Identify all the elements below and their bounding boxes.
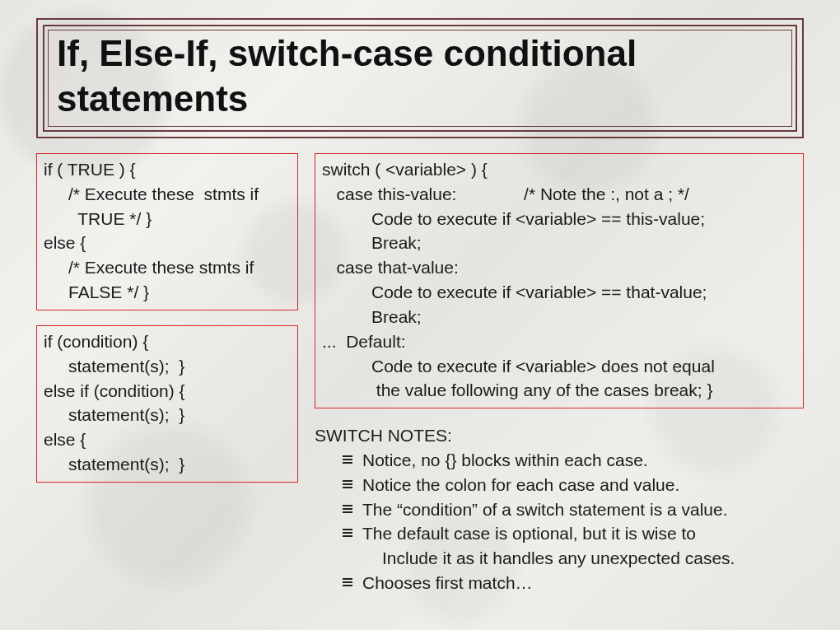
if-else-code-box: if ( TRUE ) { /* Execute these stmts if … — [36, 153, 298, 310]
code-text: case that-value: — [337, 258, 459, 277]
list-item: The “condition” of a switch statement is… — [343, 497, 804, 522]
note-text: The “condition” of a switch statement is… — [362, 500, 728, 519]
code-line: ... Default: — [322, 329, 796, 354]
code-line: FALSE */ } — [44, 280, 291, 305]
code-line: statement(s); } — [44, 403, 291, 427]
code-line: statement(s); } — [44, 354, 291, 379]
code-line: if ( TRUE ) { — [44, 157, 291, 182]
note-text-cont: Include it as it handles any unexpected … — [362, 548, 735, 567]
note-text: Chooses first match… — [362, 573, 533, 592]
code-line: /* Execute these stmts if — [44, 182, 291, 207]
switch-notes: SWITCH NOTES: Notice, no {} blocks withi… — [315, 423, 804, 595]
note-text: Notice, no {} blocks within each case. — [362, 450, 648, 469]
code-line: statement(s); } — [44, 452, 291, 477]
title-frame-inner: If, Else-If, switch-case conditional sta… — [48, 30, 792, 127]
notes-list: Notice, no {} blocks within each case. N… — [315, 448, 804, 595]
code-line: Code to execute if <variable> == that-va… — [322, 280, 796, 305]
slide-title: If, Else-If, switch-case conditional sta… — [57, 30, 783, 121]
right-column: switch ( <variable> ) { case this-value:… — [315, 153, 804, 595]
code-line: case that-value: — [322, 255, 796, 280]
notes-title: SWITCH NOTES: — [315, 423, 804, 448]
title-frame-outer: If, Else-If, switch-case conditional sta… — [36, 18, 804, 138]
code-line: switch ( <variable> ) { — [322, 157, 796, 182]
code-line: else { — [44, 231, 291, 255]
title-frame-mid: If, Else-If, switch-case conditional sta… — [43, 25, 797, 132]
code-line: case this-value: /* Note the :, not a ; … — [322, 182, 796, 207]
code-text: TRUE */ } — [77, 209, 152, 228]
code-text: case this-value: /* Note the :, not a ; … — [337, 184, 689, 203]
switch-code-box: switch ( <variable> ) { case this-value:… — [315, 153, 804, 408]
code-line: Break; — [322, 231, 796, 255]
code-line: Break; — [322, 305, 796, 329]
else-if-code-box: if (condition) { statement(s); } else if… — [36, 325, 298, 483]
code-line: the value following any of the cases bre… — [322, 378, 796, 403]
code-line: /* Execute these stmts if — [44, 255, 291, 280]
code-line: if (condition) { — [44, 329, 291, 354]
note-text: Notice the colon for each case and value… — [362, 475, 679, 494]
list-item: Notice, no {} blocks within each case. — [343, 448, 804, 473]
code-line: else { — [44, 427, 291, 452]
code-line: TRUE */ } — [44, 207, 291, 231]
code-line: else if (condition) { — [44, 379, 291, 404]
content-area: if ( TRUE ) { /* Execute these stmts if … — [36, 153, 804, 595]
list-item: Notice the colon for each case and value… — [343, 473, 804, 497]
note-text: The default case is optional, but it is … — [362, 524, 696, 543]
code-line: Code to execute if <variable> does not e… — [322, 354, 796, 379]
left-column: if ( TRUE ) { /* Execute these stmts if … — [36, 153, 298, 595]
list-item: Chooses first match… — [343, 571, 804, 595]
list-item: The default case is optional, but it is … — [343, 521, 804, 571]
code-line: Code to execute if <variable> == this-va… — [322, 207, 796, 231]
